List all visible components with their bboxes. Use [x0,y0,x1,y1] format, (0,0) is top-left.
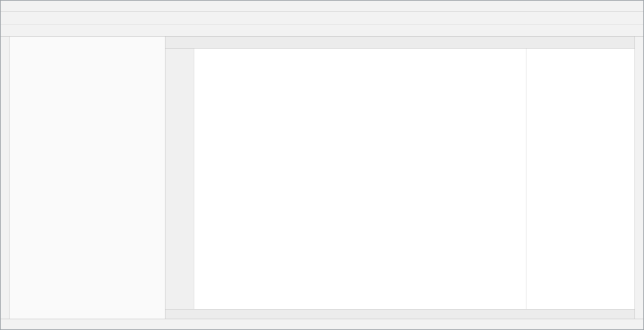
chevron-down-icon[interactable] [29,40,34,45]
right-margin-guide [526,48,526,309]
editor-area [165,37,635,319]
main-toolbar [1,12,643,25]
main-area [1,37,643,319]
editor-tab-bar [165,37,635,48]
project-panel [9,37,165,319]
project-panel-header [9,37,165,49]
breadcrumb [1,25,643,37]
android-studio-window [0,0,644,330]
android-icon [16,39,24,47]
menu-bar [1,1,643,12]
editor-gutter [165,48,194,309]
right-tool-strip [635,37,643,319]
left-tool-strip [1,37,9,319]
status-bar [1,319,643,330]
code-editor[interactable] [165,48,635,309]
horizontal-scrollbar[interactable] [165,309,635,319]
inspections-eye-icon[interactable] [622,52,630,60]
